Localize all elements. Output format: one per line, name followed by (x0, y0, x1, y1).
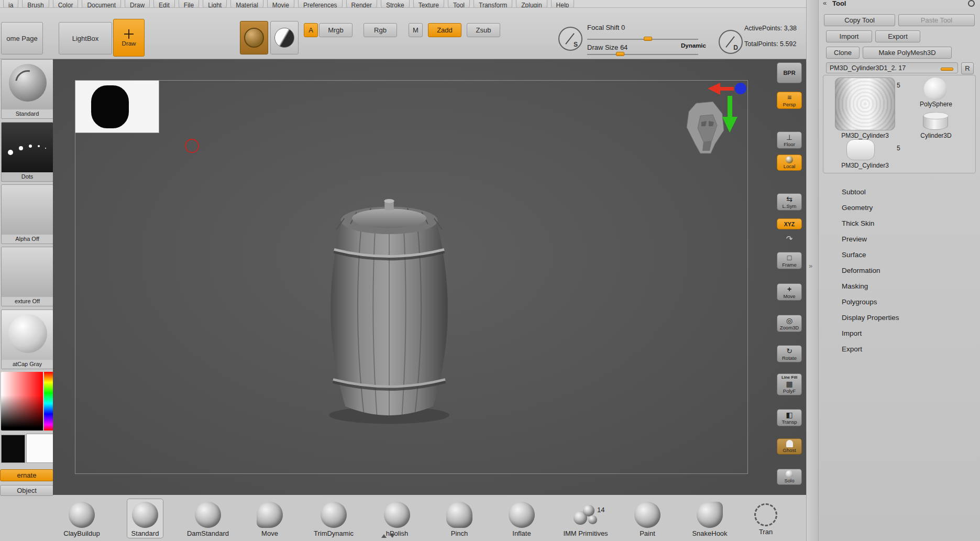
saturation-value-square[interactable] (1, 372, 43, 430)
pm3d-cylinder-thumbnail[interactable] (846, 139, 875, 160)
home-page-button[interactable]: ome Page (1, 22, 43, 54)
shelf-rotate-camera-button[interactable]: ↻ Rotate (777, 345, 802, 362)
mrgb-toggle-button[interactable]: Mrgb (319, 23, 353, 37)
focal-shift-slider[interactable] (587, 37, 698, 42)
dynamic-label[interactable]: Dynamic (681, 42, 706, 49)
tray-brush-snakehook[interactable]: SnakeHook (678, 502, 741, 537)
menu-item-material[interactable]: Material (230, 0, 263, 8)
shelf-ghost-toggle[interactable]: Ghost (777, 438, 802, 455)
shelf-persp-toggle[interactable]: ≡ Persp (777, 92, 802, 109)
current-brush-thumbnail[interactable]: Standard (1, 59, 53, 119)
menu-item-color[interactable]: Color (53, 0, 79, 8)
clone-button[interactable]: Clone (826, 47, 860, 59)
shelf-frame-button[interactable]: □ Frame (777, 252, 802, 269)
tray-collapse-arrows[interactable] (381, 534, 395, 538)
hue-strip[interactable] (44, 372, 53, 430)
secondary-color-swatch[interactable] (26, 434, 53, 463)
shelf-polyframe-toggle[interactable]: Line Fill ▦ PolyF (777, 373, 802, 395)
shelf-floor-toggle[interactable]: ⊥ Floor (777, 131, 802, 149)
section-deformation[interactable]: Deformation (824, 263, 975, 277)
canvas-viewport[interactable]: BPR ≡ Persp ⊥ Floor Local ⇆ L.Sym XYZ ↷ … (53, 59, 806, 495)
active-tool-thumbnail[interactable] (835, 78, 895, 130)
section-masking[interactable]: Masking (824, 279, 975, 293)
section-preview[interactable]: Preview (824, 232, 975, 246)
arrow-up-icon[interactable] (381, 534, 387, 538)
s-stroke-indicator-icon[interactable]: S (558, 27, 582, 51)
m-toggle-button[interactable]: M (409, 23, 423, 37)
arrow-down-icon[interactable] (390, 534, 395, 538)
color-picker[interactable] (1, 372, 53, 430)
shelf-move-camera-button[interactable]: + Move (777, 283, 802, 301)
tray-brush-hpolish[interactable]: hPolish (366, 502, 428, 537)
tool-slider-handle[interactable] (941, 68, 953, 71)
shelf-zoom3d-button[interactable]: ◎ Zoom3D (777, 315, 802, 332)
menu-item-alpha[interactable]: ia (3, 0, 18, 8)
menu-item-render[interactable]: Render (346, 0, 377, 8)
current-texture-thumbnail[interactable]: exture Off (1, 247, 53, 306)
shelf-bpr-button[interactable]: BPR (777, 62, 802, 83)
shelf-local-toggle[interactable]: Local (777, 154, 802, 171)
menu-item-zplugin[interactable]: Zplugin (516, 0, 547, 8)
primary-color-swatch[interactable] (1, 435, 25, 463)
alternate-color-button[interactable]: ernate (0, 469, 53, 481)
tray-brush-pinch[interactable]: Pinch (428, 502, 491, 537)
draw-mode-button[interactable]: Draw (113, 19, 145, 57)
barrel-model[interactable] (313, 174, 466, 432)
current-stroke-thumbnail[interactable]: Dots (1, 122, 53, 182)
panel-divider[interactable]: » (806, 0, 819, 541)
import-tool-button[interactable]: Import (826, 30, 872, 42)
menu-item-help[interactable]: Help (551, 0, 575, 8)
object-button[interactable]: Object (0, 485, 53, 496)
menu-item-transform[interactable]: Transform (474, 0, 512, 8)
shelf-solo-toggle[interactable]: Solo (777, 469, 802, 485)
zadd-toggle-button[interactable]: Zadd (428, 23, 461, 37)
make-polymesh3d-button[interactable]: Make PolyMesh3D (863, 47, 952, 59)
menu-item-stroke[interactable]: Stroke (381, 0, 410, 8)
copy-tool-button[interactable]: Copy Tool (824, 14, 895, 26)
section-subtool[interactable]: Subtool (824, 185, 975, 198)
menu-item-brush[interactable]: Brush (22, 0, 49, 8)
a-toggle-button[interactable]: A (304, 23, 318, 37)
matcap-material-button[interactable] (270, 21, 299, 54)
cylinder3d-thumbnail[interactable] (923, 112, 948, 130)
slider-handle[interactable] (644, 37, 652, 41)
current-alpha-thumbnail[interactable]: Alpha Off (1, 184, 53, 244)
d-stroke-indicator-icon[interactable]: D (719, 30, 743, 54)
tray-brush-imm-primitives[interactable]: 14 IMM Primitives (554, 502, 617, 537)
menu-item-light[interactable]: Light (203, 0, 227, 8)
menu-item-document[interactable]: Document (82, 0, 121, 8)
current-material-button[interactable] (240, 21, 268, 54)
menu-item-edit[interactable]: Edit (153, 0, 175, 8)
tray-brush-damstandard[interactable]: DamStandard (177, 502, 239, 537)
section-surface[interactable]: Surface (824, 248, 975, 261)
polysphere-thumbnail[interactable] (924, 78, 947, 101)
lightbox-button[interactable]: LightBox (59, 22, 112, 54)
section-display-properties[interactable]: Display Properties (824, 311, 975, 324)
palette-back-icon[interactable]: « (823, 0, 827, 7)
tray-brush-trimdynamic[interactable]: TrimDynamic (302, 502, 365, 537)
menu-item-tool[interactable]: Tool (448, 0, 470, 8)
tray-brush-paint[interactable]: Paint (616, 502, 679, 537)
draw-size-slider[interactable] (587, 52, 698, 57)
section-thick-skin[interactable]: Thick Skin (824, 216, 975, 230)
rename-tool-button[interactable]: R (961, 62, 974, 74)
shelf-lsym-toggle[interactable]: ⇆ L.Sym (777, 193, 802, 211)
menu-item-preferences[interactable]: Preferences (298, 0, 343, 8)
collapse-chevron-icon[interactable]: » (809, 262, 812, 270)
active-tool-name-slider[interactable]: PM3D_Cylinder3D1_2. 17 (826, 62, 958, 73)
menu-item-texture[interactable]: Texture (413, 0, 444, 8)
slider-handle[interactable] (616, 52, 624, 56)
current-matcap-thumbnail[interactable]: atCap Gray (1, 310, 53, 369)
section-export[interactable]: Export (824, 342, 975, 356)
tray-brush-standard[interactable]: Standard (114, 502, 177, 537)
section-geometry[interactable]: Geometry (824, 201, 975, 214)
tray-brush-move[interactable]: Move (238, 502, 301, 537)
paste-tool-button[interactable]: Paste Tool (898, 14, 975, 26)
menu-item-draw[interactable]: Draw (125, 0, 150, 8)
palette-circle-icon[interactable] (968, 0, 975, 7)
tray-brush-claybuildup[interactable]: ClayBuildup (50, 502, 113, 537)
rgb-toggle-button[interactable]: Rgb (364, 23, 397, 37)
menu-item-movie[interactable]: Movie (267, 0, 294, 8)
export-tool-button[interactable]: Export (875, 30, 920, 42)
shelf-orbit-button[interactable]: ↷ (777, 233, 802, 245)
